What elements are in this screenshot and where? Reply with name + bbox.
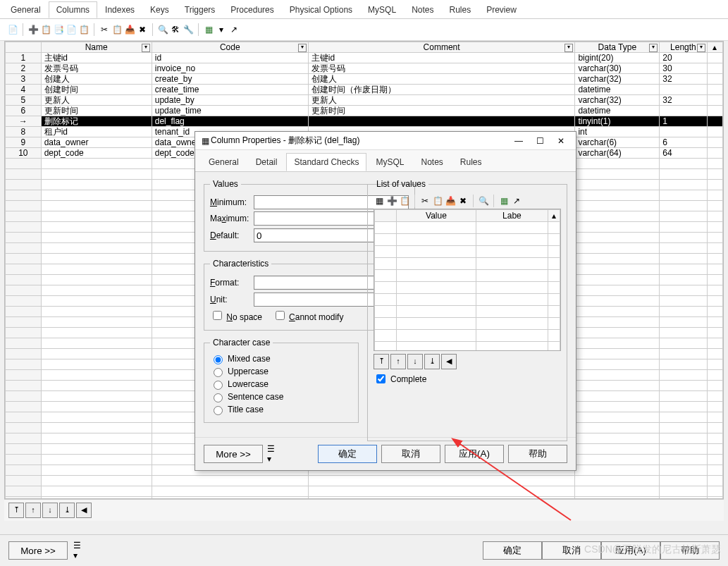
- col-length[interactable]: Length▾: [660, 42, 707, 53]
- delete-icon[interactable]: ✖: [457, 195, 469, 207]
- footer-ok-button[interactable]: 确定: [483, 541, 542, 560]
- tab-mysql[interactable]: MySQL: [360, 1, 404, 18]
- paste-icon[interactable]: 📥: [124, 24, 135, 35]
- lov-list-icon[interactable]: 📋: [399, 195, 410, 207]
- copy-icon[interactable]: 📋: [111, 24, 123, 35]
- col-name[interactable]: Name▾: [41, 42, 152, 53]
- close-icon[interactable]: ✕: [550, 136, 572, 146]
- table-row[interactable]: [6, 486, 723, 497]
- col-comment[interactable]: Comment▾: [308, 42, 575, 53]
- nav-last-icon[interactable]: ⤓: [59, 503, 75, 518]
- cancel-button[interactable]: 取消: [381, 445, 440, 463]
- maximize-icon[interactable]: ☐: [529, 136, 550, 146]
- ok-button[interactable]: 确定: [318, 445, 377, 463]
- lov-row[interactable]: [375, 318, 560, 330]
- export-icon[interactable]: ↗: [228, 24, 240, 35]
- lov-insert-icon[interactable]: ➕: [386, 195, 397, 207]
- dlg-tab-general[interactable]: General: [201, 153, 247, 171]
- list-icon[interactable]: 📋: [78, 24, 90, 35]
- dup-icon[interactable]: 📄: [66, 24, 77, 35]
- footer-cancel-button[interactable]: 取消: [542, 541, 601, 560]
- case-sentence-case[interactable]: Sentence case: [210, 391, 352, 402]
- tab-columns[interactable]: Columns: [49, 1, 97, 18]
- nav-prev-icon[interactable]: ◀: [76, 503, 92, 518]
- dlg-tab-notes[interactable]: Notes: [413, 153, 450, 171]
- lov-row[interactable]: [375, 258, 560, 270]
- minimize-icon[interactable]: —: [508, 136, 529, 146]
- excel-icon[interactable]: ▦: [203, 24, 214, 35]
- dlg-tab-mysql[interactable]: MySQL: [368, 153, 412, 171]
- add-icon[interactable]: 📋: [40, 24, 51, 35]
- tab-keys[interactable]: Keys: [142, 1, 177, 18]
- table-row[interactable]: 2发票号码invoice_no发票号码varchar(30)30: [6, 63, 723, 74]
- help-button[interactable]: 帮助: [508, 445, 567, 463]
- tab-rules[interactable]: Rules: [441, 1, 479, 18]
- lov-row[interactable]: [375, 246, 560, 258]
- lov-last-icon[interactable]: ⤓: [424, 354, 440, 369]
- copy-icon[interactable]: 📋: [432, 195, 443, 207]
- lov-row[interactable]: [375, 342, 560, 352]
- more-button[interactable]: More >>: [204, 445, 263, 463]
- tab-triggers[interactable]: Triggers: [177, 1, 223, 18]
- lov-up-icon[interactable]: ↑: [390, 354, 406, 369]
- dlg-tab-rules[interactable]: Rules: [452, 153, 490, 171]
- lov-prev-icon[interactable]: ◀: [441, 354, 457, 369]
- lov-row[interactable]: [375, 294, 560, 306]
- footer-help-button[interactable]: 帮助: [660, 541, 720, 560]
- find-icon[interactable]: 🔍: [478, 195, 489, 207]
- cannotmodify-check[interactable]: Cannot modify: [273, 309, 344, 322]
- paste-icon[interactable]: 📥: [445, 195, 456, 207]
- lov-row[interactable]: [375, 234, 560, 246]
- props-icon[interactable]: 📄: [7, 24, 18, 35]
- lov-first-icon[interactable]: ⤒: [374, 354, 389, 369]
- table-row[interactable]: 3创建人create_by创建人varchar(32)32: [6, 74, 723, 85]
- cut-icon[interactable]: ✂: [419, 195, 431, 207]
- lov-row[interactable]: [375, 306, 560, 318]
- menu-icon[interactable]: ☰ ▾: [267, 448, 278, 460]
- nospace-check[interactable]: No space: [210, 309, 262, 322]
- table-row[interactable]: 1主键idid主键idbigint(20)20: [6, 53, 723, 63]
- chevron-down-icon[interactable]: ▾: [216, 24, 227, 35]
- new-icon[interactable]: 📑: [53, 24, 64, 35]
- tool2-icon[interactable]: 🔧: [183, 24, 194, 35]
- lov-row[interactable]: [375, 330, 560, 342]
- dlg-tab-detail[interactable]: Detail: [248, 153, 285, 171]
- col-code[interactable]: Code▾: [152, 42, 308, 53]
- nav-first-icon[interactable]: ⤒: [8, 503, 24, 518]
- col-data-type[interactable]: Data Type▾: [575, 42, 660, 53]
- footer-more-button[interactable]: More >>: [8, 541, 68, 560]
- case-uppercase[interactable]: Uppercase: [210, 366, 352, 377]
- menu-icon[interactable]: ☰ ▾: [73, 545, 85, 556]
- tab-notes[interactable]: Notes: [404, 1, 441, 18]
- table-row[interactable]: [6, 476, 723, 486]
- table-row[interactable]: 4创建时间create_time创建时间（作废日期）datetime: [6, 85, 723, 95]
- nav-up-icon[interactable]: ↑: [25, 503, 41, 518]
- case-title-case[interactable]: Title case: [210, 404, 352, 415]
- tab-general[interactable]: General: [3, 1, 49, 18]
- case-lowercase[interactable]: Lowercase: [210, 379, 352, 390]
- lov-row[interactable]: [375, 270, 560, 282]
- apply-button[interactable]: 应用(A): [445, 445, 504, 463]
- nav-down-icon[interactable]: ↓: [42, 503, 58, 518]
- footer-apply-button[interactable]: 应用(A): [601, 541, 660, 560]
- tab-indexes[interactable]: Indexes: [97, 1, 142, 18]
- find-icon[interactable]: 🔍: [157, 24, 168, 35]
- lov-down-icon[interactable]: ↓: [407, 354, 423, 369]
- lov-grid[interactable]: ValueLabe▴: [374, 209, 560, 351]
- table-row[interactable]: →删除标记del_flagtinyint(1)1: [6, 116, 723, 127]
- lov-row[interactable]: [375, 222, 560, 234]
- table-row[interactable]: 6更新时间update_time更新时间datetime: [6, 106, 723, 116]
- lov-grid-icon[interactable]: ▦: [374, 195, 385, 207]
- delete-icon[interactable]: ✖: [137, 24, 148, 35]
- excel-icon[interactable]: ▦: [498, 195, 510, 207]
- table-row[interactable]: 5更新人update_by更新人varchar(32)32: [6, 95, 723, 106]
- tool-icon[interactable]: 🛠: [170, 24, 181, 35]
- table-row[interactable]: [6, 497, 723, 500]
- insert-row-icon[interactable]: ➕: [27, 24, 39, 35]
- case-mixed-case[interactable]: Mixed case: [210, 353, 352, 364]
- tab-procedures[interactable]: Procedures: [223, 1, 281, 18]
- cut-icon[interactable]: ✂: [99, 24, 110, 35]
- tab-physical-options[interactable]: Physical Options: [282, 1, 360, 18]
- dlg-tab-standard-checks[interactable]: Standard Checks: [286, 153, 366, 171]
- complete-check[interactable]: Complete: [374, 372, 561, 386]
